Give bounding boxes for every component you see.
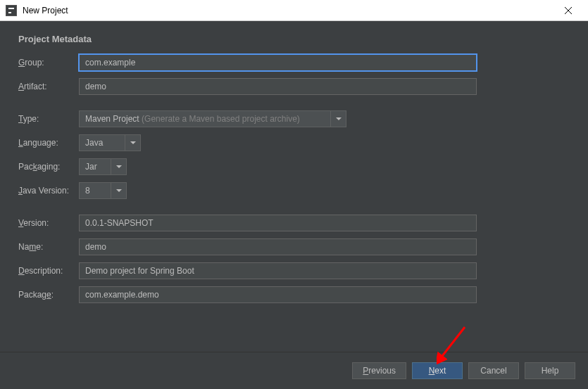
description-input[interactable] [79,262,477,279]
language-value: Java [80,138,125,148]
language-label: Language: [18,138,79,148]
group-label: Group: [18,58,79,68]
packaging-select[interactable]: Jar [79,158,127,175]
chevron-down-icon[interactable] [111,159,126,174]
version-label: Version: [18,218,79,228]
version-input[interactable] [79,215,477,231]
chevron-down-icon[interactable] [111,183,126,198]
help-button[interactable]: Help [525,362,575,379]
description-label: Description: [18,266,79,276]
svg-marker-8 [116,189,122,192]
java-version-label: Java Version: [18,186,79,196]
chevron-down-icon[interactable] [330,111,346,127]
artifact-label: Artifact: [18,82,79,91]
type-value: Maven Project [85,114,139,124]
next-button[interactable]: Next [412,362,463,379]
type-hint: (Generate a Maven based project archive) [142,114,300,124]
dialog-body: Project Metadata Group: Artifact: Type: … [0,21,588,352]
svg-marker-6 [130,141,136,144]
type-label: Type: [18,114,79,124]
package-input[interactable] [79,286,477,303]
packaging-value: Jar [80,162,111,172]
window-title: New Project [23,6,554,15]
svg-rect-2 [8,12,11,13]
svg-marker-7 [116,165,122,168]
button-bar: Previous Next Cancel Help [0,352,588,389]
section-title: Project Metadata [18,34,570,44]
packaging-label: Packaging: [18,162,79,172]
svg-rect-1 [8,8,14,9]
cancel-button[interactable]: Cancel [468,362,519,379]
artifact-input[interactable] [79,78,477,95]
java-version-value: 8 [80,186,111,196]
name-input[interactable] [79,238,477,255]
java-version-select[interactable]: 8 [79,182,127,199]
name-label: Name: [18,242,79,252]
chevron-down-icon[interactable] [125,135,140,151]
previous-button[interactable]: Previous [352,362,406,379]
titlebar: New Project [0,0,588,21]
type-select[interactable]: Maven Project (Generate a Maven based pr… [79,110,346,127]
package-label: Package: [18,290,79,300]
svg-marker-5 [336,117,342,120]
close-button[interactable] [554,1,582,20]
svg-rect-0 [7,6,15,15]
app-icon [6,5,17,16]
language-select[interactable]: Java [79,134,141,151]
group-input[interactable] [79,54,477,71]
